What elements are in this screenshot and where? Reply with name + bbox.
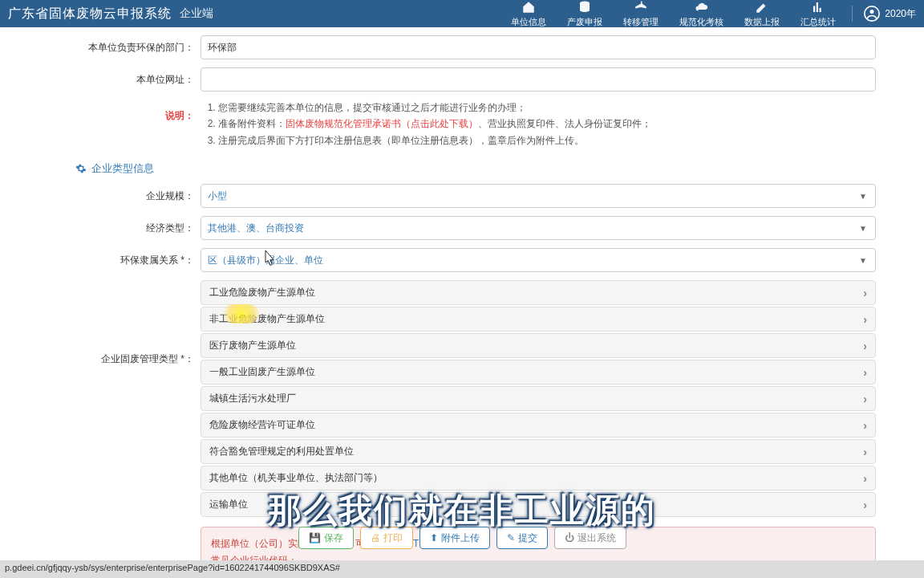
nav-item-home[interactable]: 单位信息 <box>511 0 546 28</box>
mgmt-label: 企业固废管理类型 *： <box>80 280 201 366</box>
edit-icon <box>755 0 769 14</box>
upload-button[interactable]: ⬆附件上传 <box>419 527 490 549</box>
gear-icon <box>75 163 87 174</box>
save-icon: 💾 <box>309 532 321 543</box>
mgmt-option[interactable]: 工业危险废物产生源单位› <box>201 280 876 305</box>
scale-select[interactable]: 小型 <box>201 184 876 208</box>
user-icon <box>864 6 880 22</box>
save-button[interactable]: 💾保存 <box>298 527 354 549</box>
status-bar: p.gdeei.cn/gfjqqy-ysb/sys/enterprise/ent… <box>0 560 924 578</box>
user-label: 2020年 <box>885 7 916 21</box>
row-scale: 企业规模： 小型 <box>80 184 876 208</box>
svg-point-2 <box>870 10 874 14</box>
mgmt-option[interactable]: 运输单位› <box>201 492 876 517</box>
website-label: 本单位网址： <box>80 73 201 87</box>
home-icon <box>521 0 536 14</box>
mgmt-accordion: 工业危险废物产生源单位›非工业危险废物产生源单位›医疗废物产生源单位›一般工业固… <box>201 280 876 519</box>
chevron-right-icon: › <box>863 366 867 379</box>
brand-title: 广东省固体废物云申报系统 <box>8 6 172 22</box>
env-rel-label: 环保隶属关系 *： <box>80 254 201 267</box>
scale-label: 企业规模： <box>80 189 201 203</box>
db-icon <box>578 0 592 14</box>
mgmt-option[interactable]: 符合豁免管理规定的利用处置单位› <box>201 439 876 464</box>
print-icon: 🖨 <box>371 532 380 543</box>
econ-select[interactable]: 其他港、澳、台商投资 <box>201 216 876 240</box>
action-bar: 💾保存 🖨打印 ⬆附件上传 ✎提交 ⏻退出系统 <box>0 527 924 549</box>
website-input[interactable] <box>201 67 876 92</box>
mgmt-option[interactable]: 城镇生活污水处理厂› <box>201 386 876 411</box>
row-env-dept: 本单位负责环保的部门： 环保部 <box>80 35 876 59</box>
chevron-right-icon: › <box>863 340 867 352</box>
nav-menu: 单位信息产废申报转移管理规范化考核数据上报汇总统计 <box>511 0 836 28</box>
mgmt-option[interactable]: 一般工业固废产生源单位› <box>201 360 876 385</box>
env-dept-input[interactable]: 环保部 <box>201 35 876 59</box>
nav-item-chart[interactable]: 汇总统计 <box>800 0 836 28</box>
cloud-icon <box>695 0 709 14</box>
row-website: 本单位网址： <box>80 67 876 92</box>
chevron-right-icon: › <box>863 313 867 326</box>
chevron-right-icon: › <box>863 393 867 405</box>
section-header-label: 企业类型信息 <box>91 161 154 176</box>
nav-item-edit[interactable]: 数据上报 <box>744 0 780 28</box>
print-button[interactable]: 🖨打印 <box>360 527 413 549</box>
row-env-rel: 环保隶属关系 *： 区（县级市）属企业、单位 <box>80 248 876 272</box>
section-header: 企业类型信息 <box>75 161 876 176</box>
chevron-right-icon: › <box>863 419 867 432</box>
mgmt-option[interactable]: 非工业危险废物产生源单位› <box>201 307 876 332</box>
note-item: 注册完成后界面下方打印本注册信息表（即单位注册信息表），盖章后作为附件上传。 <box>218 132 651 149</box>
download-link[interactable]: 固体废物规范化管理承诺书（点击此处下载） <box>286 118 478 129</box>
brand-sub: 企业端 <box>180 6 213 21</box>
notes-list: 您需要继续完善本单位的信息，提交审核通过之后才能进行业务的办理；准备附件资料：固… <box>201 100 651 149</box>
plane-icon <box>634 0 648 14</box>
notes-label: 说明： <box>80 100 201 149</box>
note-item: 准备附件资料：固体废物规范化管理承诺书（点击此处下载）、营业执照复印件、法人身份… <box>218 116 651 132</box>
mgmt-option[interactable]: 危险废物经营许可证单位› <box>201 413 876 438</box>
nav-item-cloud[interactable]: 规范化考核 <box>679 0 723 28</box>
mgmt-option[interactable]: 其他单位（机关事业单位、执法部门等）› <box>201 466 876 490</box>
submit-button[interactable]: ✎提交 <box>496 527 548 549</box>
exit-button[interactable]: ⏻退出系统 <box>554 527 626 549</box>
row-mgmt: 企业固废管理类型 *： 工业危险废物产生源单位›非工业危险废物产生源单位›医疗废… <box>80 280 876 519</box>
mgmt-option[interactable]: 医疗废物产生源单位› <box>201 333 876 358</box>
chart-icon <box>811 0 825 14</box>
chevron-right-icon: › <box>863 446 867 458</box>
env-rel-select[interactable]: 区（县级市）属企业、单位 <box>201 248 876 272</box>
top-nav: 广东省固体废物云申报系统 企业端 单位信息产废申报转移管理规范化考核数据上报汇总… <box>0 0 924 27</box>
econ-label: 经济类型： <box>80 222 201 235</box>
chevron-right-icon: › <box>863 472 867 485</box>
env-dept-label: 本单位负责环保的部门： <box>80 41 201 55</box>
user-badge[interactable]: 2020年 <box>852 6 916 22</box>
chevron-right-icon: › <box>863 499 867 511</box>
row-notes: 说明： 您需要继续完善本单位的信息，提交审核通过之后才能进行业务的办理；准备附件… <box>80 100 876 149</box>
note-item: 您需要继续完善本单位的信息，提交审核通过之后才能进行业务的办理； <box>218 100 651 116</box>
chevron-right-icon: › <box>863 287 867 299</box>
row-econ: 经济类型： 其他港、澳、台商投资 <box>80 216 876 240</box>
nav-item-db[interactable]: 产废申报 <box>567 0 602 28</box>
main-content: 本单位负责环保的部门： 环保部 本单位网址： 说明： 您需要继续完善本单位的信息… <box>0 27 924 562</box>
exit-icon: ⏻ <box>565 532 574 543</box>
submit-icon: ✎ <box>507 532 515 543</box>
upload-icon: ⬆ <box>430 532 438 543</box>
nav-item-plane[interactable]: 转移管理 <box>623 0 659 28</box>
